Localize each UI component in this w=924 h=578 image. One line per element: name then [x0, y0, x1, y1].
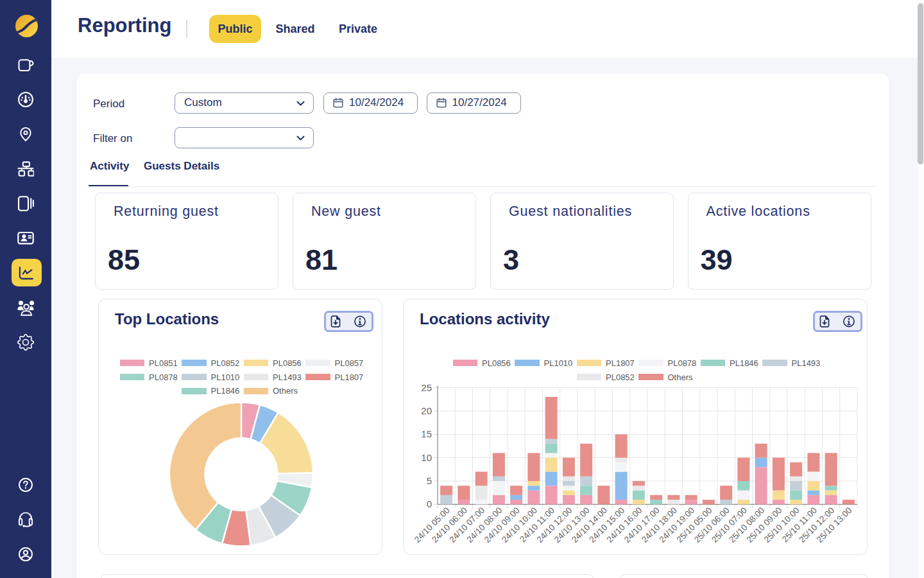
svg-text:5: 5	[427, 475, 432, 486]
svg-text:0: 0	[427, 498, 432, 509]
svg-text:25: 25	[421, 382, 432, 393]
svg-text:20: 20	[421, 405, 432, 416]
svg-text:15: 15	[421, 428, 432, 439]
svg-text:10: 10	[421, 452, 432, 463]
